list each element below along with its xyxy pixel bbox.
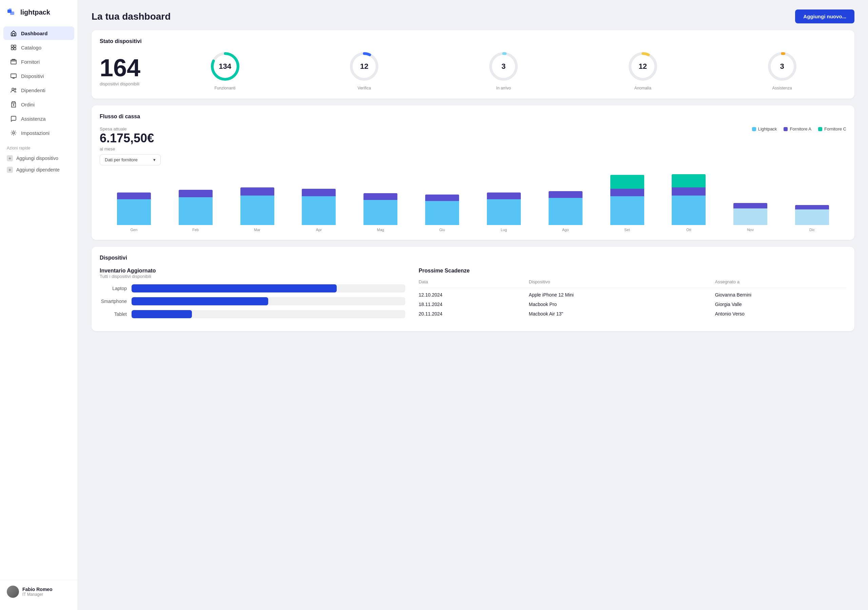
bar-label-Feb: Feb xyxy=(192,228,199,232)
spesa-label: Spesa attuale xyxy=(100,126,161,132)
inv-bar-label: Tablet xyxy=(100,311,127,317)
donut-verifica: 12 Verifica xyxy=(349,51,380,90)
bar-stack xyxy=(103,174,165,225)
flusso-header: Spesa attuale 6.175,50€ al mese Dati per… xyxy=(100,126,846,166)
donut-anomalia: 12 Anomalia xyxy=(628,51,658,90)
bar-segment-lightpack xyxy=(240,195,274,225)
chevron-down-icon: ▾ xyxy=(153,157,156,163)
bar-label-Set: Set xyxy=(624,228,630,232)
donut-assistenza: 3 Assistenza xyxy=(767,51,797,90)
sidebar-item-assistenza[interactable]: Assistenza xyxy=(3,112,74,125)
sidebar-item-ordini[interactable]: Ordini xyxy=(3,98,74,111)
filter-dropdown[interactable]: Dati per fornitore ▾ xyxy=(100,154,161,166)
bar-segment-fornitore-a xyxy=(302,189,336,196)
avatar xyxy=(7,585,19,598)
bar-chart: GenFebMarAprMagGiuLugAgoSetOttNovDic xyxy=(100,171,846,232)
bar-segment-fornitore-a xyxy=(610,189,644,196)
donut-label: In arrivo xyxy=(496,86,511,90)
quick-action-aggiungi-dispositivo[interactable]: +Aggiungi dispositivo xyxy=(0,153,78,164)
bar-label-Giu: Giu xyxy=(439,228,445,232)
flusso-cassa-card: Flusso di cassa Spesa attuale 6.175,50€ … xyxy=(91,105,854,240)
devices-icon xyxy=(10,73,17,79)
donut-number: 12 xyxy=(360,62,368,71)
nav-label: Ordini xyxy=(21,102,34,107)
logo: lightpack xyxy=(0,7,78,26)
bar-segment-fornitore-a xyxy=(363,193,397,200)
donut-items: 134 Funzionanti 12 Verifica 3 In arrivo xyxy=(161,51,846,90)
svg-point-11 xyxy=(12,132,15,134)
bar-segment-fornitore-c xyxy=(610,175,644,189)
donut-label: Funzionanti xyxy=(214,86,235,90)
bar-group-Giu: Giu xyxy=(411,174,473,232)
bar-segment-lightpack xyxy=(672,195,705,225)
sidebar-item-fornitori[interactable]: Fornitori xyxy=(3,55,74,68)
sidebar-item-dashboard[interactable]: Dashboard xyxy=(3,26,74,40)
legend-item-fornitore-a: Fornitore A xyxy=(784,126,811,132)
donut-center: 3 xyxy=(780,63,784,70)
bar-group-Dic: Dic xyxy=(781,174,843,232)
bar-group-Lug: Lug xyxy=(473,174,535,232)
bar-group-Nov: Nov xyxy=(719,174,781,232)
orders-icon xyxy=(10,101,17,108)
bar-group-Mar: Mar xyxy=(226,174,288,232)
suppliers-icon xyxy=(10,58,17,65)
legend-item-lightpack: Lightpack xyxy=(752,126,777,132)
legend-dot xyxy=(752,127,756,131)
bar-segment-lightpack xyxy=(733,208,767,225)
scad-col-assegnato a: Assegnato a xyxy=(715,279,846,288)
bar-segment-fornitore-a xyxy=(672,187,705,195)
bar-segment-lightpack xyxy=(179,197,212,225)
svg-rect-5 xyxy=(11,48,13,50)
nav-label: Dispositivi xyxy=(21,73,44,79)
inv-bar-fill xyxy=(132,297,268,305)
bar-segment-fornitore-a xyxy=(425,195,459,201)
inv-bar-fill xyxy=(132,284,337,293)
bar-group-Ago: Ago xyxy=(535,174,597,232)
nav-label: Assistenza xyxy=(21,116,46,122)
svg-rect-8 xyxy=(11,74,16,77)
stato-card-title: Stato dispositivi xyxy=(100,38,846,44)
logo-text: lightpack xyxy=(20,8,50,16)
legend-dot xyxy=(784,127,787,131)
legend-dot xyxy=(818,127,822,131)
inv-bar-row-tablet: Tablet xyxy=(100,310,405,318)
donut-number: 134 xyxy=(219,62,231,71)
bar-label-Mar: Mar xyxy=(254,228,260,232)
quick-action-aggiungi-dipendente[interactable]: +Aggiungi dipendente xyxy=(0,164,78,175)
donut-number: 3 xyxy=(780,62,784,71)
support-icon xyxy=(10,115,17,122)
bar-label-Mag: Mag xyxy=(377,228,384,232)
bar-stack xyxy=(781,174,843,225)
donut-center: 134 xyxy=(219,63,231,70)
svg-point-10 xyxy=(15,88,16,90)
logo-icon xyxy=(7,7,18,18)
nav-label: Impostazioni xyxy=(21,130,50,136)
bar-group-Mag: Mag xyxy=(350,174,411,232)
donut-center: 3 xyxy=(501,63,505,70)
svg-point-9 xyxy=(12,88,14,90)
catalog-icon xyxy=(10,44,17,51)
bar-group-Set: Set xyxy=(597,174,658,232)
scadenze-section: Prossime Scadenze DataDispositivoAssegna… xyxy=(419,268,846,323)
inv-bar-fill xyxy=(132,310,192,318)
sidebar-item-dipendenti[interactable]: Dipendenti xyxy=(3,84,74,97)
bar-group-Gen: Gen xyxy=(103,174,165,232)
sidebar-item-impostazioni[interactable]: Impostazioni xyxy=(3,126,74,139)
main-content: La tua dashboard Aggiungi nuovo... Stato… xyxy=(78,0,868,610)
bar-segment-lightpack xyxy=(425,201,459,225)
sidebar-item-catalogo[interactable]: Catalogo xyxy=(3,41,74,54)
sidebar-item-dispositivi[interactable]: Dispositivi xyxy=(3,69,74,83)
bar-stack xyxy=(597,174,658,225)
bar-segment-lightpack xyxy=(117,199,151,225)
add-new-button[interactable]: Aggiungi nuovo... xyxy=(795,9,854,23)
inv-bar-track xyxy=(132,284,405,293)
scad-cell-dispositivo: Macbook Air 13" xyxy=(529,307,715,316)
settings-icon xyxy=(10,130,17,136)
scad-col-dispositivo: Dispositivo xyxy=(529,279,715,288)
scadenze-title: Prossime Scadenze xyxy=(419,268,846,274)
donut-number: 3 xyxy=(501,62,505,71)
spesa-amount: 6.175,50€ xyxy=(100,132,161,145)
donut-label: Assistenza xyxy=(772,86,792,90)
bar-segment-fornitore-a xyxy=(795,205,829,209)
dispositivi-card-title: Dispositivi xyxy=(100,255,846,261)
